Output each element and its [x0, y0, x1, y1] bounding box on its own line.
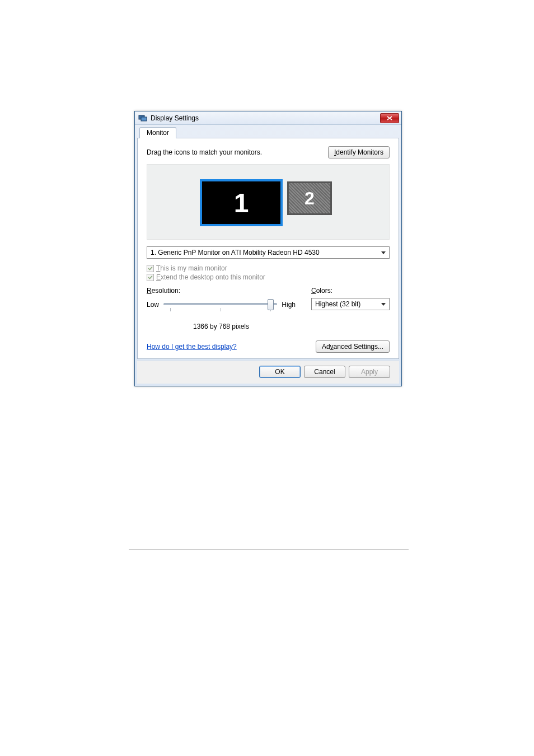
- slider-low-label: Low: [147, 301, 159, 309]
- colors-value: Highest (32 bit): [315, 300, 378, 308]
- close-icon: [387, 116, 392, 120]
- slider-track: [163, 303, 277, 305]
- chevron-down-icon: [381, 303, 386, 306]
- advanced-settings-button[interactable]: Advanced Settings...: [316, 340, 390, 353]
- monitor-select-dropdown[interactable]: 1. Generic PnP Monitor on ATI Mobility R…: [147, 246, 390, 259]
- resolution-slider[interactable]: [163, 298, 277, 311]
- resolution-value: 1366 by 768 pixels: [147, 323, 296, 330]
- monitor-select-value: 1. Generic PnP Monitor on ATI Mobility R…: [151, 249, 378, 256]
- window-title: Display Settings: [151, 114, 380, 122]
- tab-content: Drag the icons to match your monitors. I…: [137, 138, 399, 359]
- checkbox-icon: [147, 265, 154, 272]
- slider-thumb[interactable]: [268, 299, 274, 310]
- checkbox-main-monitor: This is my main monitor: [147, 264, 390, 272]
- chevron-down-icon: [381, 251, 386, 254]
- display-settings-window: Display Settings Monitor Drag the icons …: [134, 111, 402, 386]
- svg-rect-1: [141, 117, 147, 121]
- drag-instruction: Drag the icons to match your monitors.: [147, 148, 262, 156]
- tab-monitor[interactable]: Monitor: [139, 127, 176, 138]
- monitor-arrangement-area[interactable]: 1 2: [147, 164, 390, 240]
- help-link[interactable]: How do I get the best display?: [147, 343, 237, 351]
- colors-label: Colors:: [311, 287, 390, 295]
- cancel-button[interactable]: Cancel: [304, 366, 345, 378]
- colors-dropdown[interactable]: Highest (32 bit): [311, 298, 390, 310]
- resolution-label: Resolution:: [147, 287, 296, 295]
- ok-button[interactable]: OK: [259, 366, 301, 378]
- checkbox-icon: [147, 274, 154, 281]
- dialog-button-bar: OK Cancel Apply: [137, 361, 399, 384]
- checkbox-extend-desktop: Extend the desktop onto this monitor: [147, 273, 390, 281]
- titlebar[interactable]: Display Settings: [135, 111, 401, 125]
- slider-ticks: [163, 308, 277, 312]
- identify-monitors-button[interactable]: Identify Monitors: [328, 146, 390, 158]
- monitor-icon-1[interactable]: 1: [200, 179, 283, 226]
- close-button[interactable]: [380, 113, 399, 123]
- tabstrip: Monitor: [135, 125, 401, 138]
- slider-high-label: High: [282, 301, 296, 309]
- apply-button[interactable]: Apply: [349, 366, 390, 378]
- page-divider: [129, 549, 409, 549]
- monitor-icon-2[interactable]: 2: [287, 181, 332, 215]
- display-settings-icon: [138, 114, 147, 123]
